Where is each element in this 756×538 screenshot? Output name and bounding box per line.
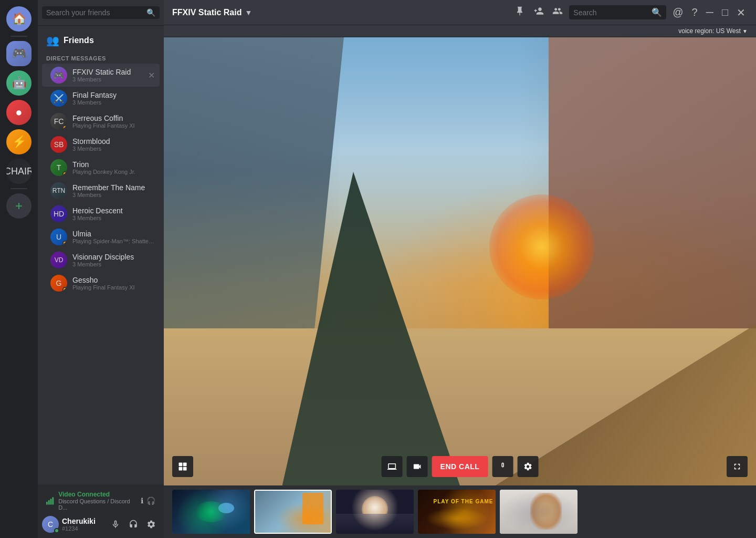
maximize-icon[interactable]: □: [720, 4, 730, 20]
close-icon[interactable]: ✕: [734, 4, 748, 21]
end-call-button[interactable]: END CALL: [432, 456, 488, 477]
dm-avatar-trion: T: [50, 159, 67, 176]
topbar-search-icon: 🔍: [652, 7, 662, 17]
user-controls: C Cherukiki #1234: [42, 515, 160, 534]
dm-item-rtn[interactable]: RTN Remember The Name 3 Members: [42, 179, 160, 202]
dm-avatar-ferreous: FC: [50, 113, 67, 130]
dm-sub-stormblood: 3 Members: [72, 146, 155, 152]
dm-info-trion: Trion Playing Donkey Kong Jr.: [72, 160, 155, 175]
fullscreen-icon: [732, 462, 742, 471]
dm-item-ff[interactable]: ⚔️ Final Fantasy 3 Members: [42, 87, 160, 110]
dm-item-ulmia[interactable]: U Ulmia Playing Spider-Man™: Shattered D…: [42, 225, 160, 249]
dm-item-gessho[interactable]: G Gessho Playing Final Fantasy XI: [42, 272, 160, 295]
at-icon[interactable]: @: [670, 4, 685, 20]
minimize-icon[interactable]: ─: [704, 4, 716, 20]
mic-large-icon: [498, 462, 507, 471]
dm-avatar-rtn: RTN: [50, 182, 67, 199]
dm-name-stormblood: Stormblood: [72, 137, 155, 146]
thumbnail-3[interactable]: [336, 490, 414, 534]
screen-share-button[interactable]: [382, 456, 403, 477]
search-icon: 🔍: [146, 8, 155, 17]
channel-dropdown-icon[interactable]: ▼: [245, 8, 252, 17]
dm-avatar-stormblood: SB: [50, 136, 67, 153]
dm-info-visionary: Visionary Disciples 3 Members: [72, 253, 155, 267]
svg-rect-7: [183, 467, 187, 471]
dm-item-trion[interactable]: T Trion Playing Donkey Kong Jr.: [42, 156, 160, 179]
dm-item-ferreous[interactable]: FC Ferreous Coffin Playing Final Fantasy…: [42, 110, 160, 133]
voice-channel-text: Discord Questions / Discord D...: [58, 498, 136, 511]
status-dot-gessho: [62, 287, 67, 292]
game-screenshot: [164, 37, 756, 485]
add-member-icon[interactable]: [531, 4, 546, 21]
topbar-icons: 🔍 @ ? ─ □ ✕: [512, 4, 748, 21]
thumbnail-strip: PLAY OF THE GAME: [164, 485, 756, 538]
thumbnail-4[interactable]: PLAY OF THE GAME: [418, 490, 496, 534]
fullscreen-button[interactable]: [727, 456, 748, 477]
server-icon-home[interactable]: 🏠: [6, 6, 32, 32]
server-icon-overwatch[interactable]: ⚡: [6, 129, 32, 154]
dm-name-gessho: Gessho: [72, 276, 155, 284]
video-section: END CALL: [164, 37, 756, 538]
dm-info-rtn: Remember The Name 3 Members: [72, 183, 155, 198]
dm-list: 🎮 FFXIV Static Raid 3 Members ✕ ⚔️ Final…: [38, 64, 164, 484]
user-display-name: Cherukiki: [62, 517, 104, 525]
friend-search-wrapper[interactable]: 🔍: [42, 6, 160, 19]
settings-button[interactable]: [143, 516, 160, 533]
voice-region-value-text[interactable]: US West: [716, 27, 741, 35]
control-icons: [107, 516, 160, 533]
video-settings-button[interactable]: [517, 456, 538, 477]
mute-button[interactable]: [107, 516, 124, 533]
dm-info-ff: Final Fantasy 3 Members: [72, 91, 155, 106]
dm-name-ulmia: Ulmia: [72, 230, 155, 238]
friends-header[interactable]: 👥 Friends: [38, 26, 164, 51]
help-icon[interactable]: ?: [690, 4, 700, 20]
pin-icon[interactable]: [512, 4, 527, 21]
gear-icon: [523, 462, 532, 471]
add-server-button[interactable]: +: [6, 193, 32, 219]
server-icon-red[interactable]: ●: [6, 100, 32, 125]
thumbnail-1[interactable]: [172, 490, 250, 534]
left-panel: 🔍 👥 Friends DIRECT MESSAGES 🎮 FFXIV Stat…: [38, 0, 164, 538]
microphone-button[interactable]: [492, 456, 513, 477]
server-icon-bot[interactable]: 🤖: [6, 70, 32, 96]
status-dot-ulmia: [62, 241, 67, 245]
dm-item-stormblood[interactable]: SB Stormblood 3 Members: [42, 133, 160, 156]
friend-search-input[interactable]: [46, 8, 143, 17]
dm-name-visionary: Visionary Disciples: [72, 253, 155, 261]
thumbnail-2[interactable]: [254, 490, 332, 534]
dm-sub-visionary: 3 Members: [72, 261, 155, 267]
status-dot-ferreous: [62, 125, 67, 130]
dm-sub-gessho: Playing Final Fantasy XI: [72, 284, 155, 291]
layout-toggle-button[interactable]: [172, 456, 193, 477]
members-icon[interactable]: [550, 4, 565, 21]
voice-region-bar: voice region: US West ▼: [164, 25, 756, 37]
server-icon-chair[interactable]: CHAIR: [6, 159, 32, 184]
dm-close-ffxiv[interactable]: ✕: [147, 71, 155, 79]
main-content: FFXIV Static Raid ▼ 🔍: [164, 0, 756, 538]
friends-label: Friends: [64, 36, 94, 45]
dm-avatar-ffxiv: 🎮: [50, 67, 67, 84]
dm-item-ffxiv[interactable]: 🎮 FFXIV Static Raid 3 Members ✕: [42, 64, 160, 87]
dm-info-gessho: Gessho Playing Final Fantasy XI: [72, 276, 155, 291]
dm-item-heroic[interactable]: HD Heroic Descent 3 Members: [42, 202, 160, 225]
dm-sub-ffxiv: 3 Members: [72, 76, 142, 82]
camera-button[interactable]: [407, 456, 428, 477]
info-icon[interactable]: ℹ: [141, 496, 143, 505]
voice-status-text: Video Connected: [58, 491, 136, 498]
headphone-icon[interactable]: 🎧: [146, 496, 155, 505]
camera-icon: [413, 462, 422, 471]
settings-icon: [146, 520, 156, 529]
svg-rect-3: [52, 497, 54, 504]
topbar-search-input[interactable]: [573, 8, 648, 17]
svg-rect-0: [46, 502, 48, 505]
dm-name-trion: Trion: [72, 160, 155, 169]
thumbnail-5[interactable]: [500, 490, 578, 534]
deafen-button[interactable]: [125, 516, 142, 533]
headphone-small-icon: [129, 520, 138, 529]
server-divider-2: [10, 188, 27, 189]
server-icon-gaming[interactable]: 🎮: [6, 41, 32, 66]
dm-sub-trion: Playing Donkey Kong Jr.: [72, 169, 155, 175]
dm-name-ff: Final Fantasy: [72, 91, 155, 99]
topbar-search[interactable]: 🔍: [569, 5, 666, 19]
dm-item-visionary[interactable]: VD Visionary Disciples 3 Members: [42, 249, 160, 272]
